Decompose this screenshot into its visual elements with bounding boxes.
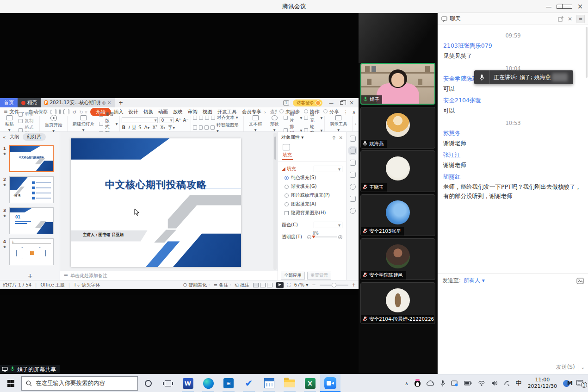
text-effect-button[interactable]: 字▾ — [168, 124, 175, 131]
menu-tab-1[interactable]: 设计 — [129, 109, 138, 115]
taskbar-app-calendar[interactable] — [259, 374, 279, 392]
send-to-select[interactable]: 所有人 ▾ — [464, 277, 485, 285]
participant-tile-5[interactable]: 安全学院陈建邑 — [360, 238, 435, 280]
layout-button[interactable]: 版式 ▾ — [99, 118, 118, 130]
mic-tray-icon[interactable] — [440, 380, 445, 387]
taskbar-app-word[interactable]: W — [178, 374, 198, 392]
slide-1-editor[interactable]: 中文核心期刊投稿攻略 主讲人：图书馆 吕亚娟 — [71, 138, 241, 267]
send-button[interactable]: 发送(S) — [556, 363, 575, 371]
shape-button[interactable]: 形状 ▾ — [267, 115, 282, 132]
chat-sender-name[interactable]: 苏慧冬 — [443, 130, 583, 137]
italic-button[interactable]: I — [128, 125, 130, 130]
taskbar-app-explorer[interactable] — [279, 374, 300, 392]
pin-tab-icon[interactable]: ◎ — [102, 100, 106, 105]
task-view-button[interactable] — [158, 380, 178, 386]
menu-more-icon[interactable]: › — [264, 109, 266, 115]
smart-graphic-button[interactable]: 转智能图形 ▾ — [217, 122, 241, 133]
taskbar-app-meeting[interactable] — [320, 374, 340, 392]
menu-tab-3[interactable]: 动画 — [158, 109, 168, 115]
tab-slides[interactable]: 幻灯片 — [23, 133, 46, 141]
fill-option-2[interactable]: 图片或纹理填充(P) — [285, 192, 346, 199]
start-button[interactable] — [0, 374, 21, 392]
theme-label[interactable]: Office 主题 — [40, 282, 64, 288]
chat-scrollbar[interactable] — [586, 27, 588, 78]
missing-font-label[interactable]: T⌄ 缺失字体 — [74, 282, 100, 288]
menu-overflow-icon[interactable]: ⋮ — [343, 109, 348, 115]
bold-button[interactable]: B — [122, 125, 125, 130]
sorter-view-icon[interactable] — [260, 283, 266, 287]
ime-indicator[interactable]: 中 — [516, 379, 522, 387]
chat-sender-name[interactable]: 胡丽红 — [443, 173, 583, 181]
participant-tile-1[interactable]: 娟子 — [360, 63, 435, 105]
menu-tab-4[interactable]: 放映 — [173, 109, 183, 115]
menu-tab-5[interactable]: 审阅 — [188, 109, 198, 115]
volume-icon[interactable] — [491, 380, 498, 386]
fill-button[interactable]: 填充 ▾ — [304, 112, 322, 124]
rail-resource-icon[interactable] — [350, 208, 356, 214]
chat-sender-name[interactable]: 安全2104张璇 — [443, 97, 583, 105]
slide-thumbnail-3[interactable]: 01 — [9, 207, 54, 234]
restore-button[interactable] — [557, 3, 572, 10]
menu-tab-7[interactable]: 开发工具 — [217, 109, 237, 115]
font-color-button[interactable]: A▾ — [144, 125, 150, 130]
superscript-button[interactable]: X² — [153, 125, 158, 130]
taskbar-app-excel[interactable]: X — [300, 374, 320, 392]
slideshow-button[interactable] — [276, 282, 284, 288]
align-text-button[interactable]: 对齐文本 ▾ — [217, 115, 238, 121]
rail-animation-icon[interactable] — [350, 172, 356, 178]
taskbar-app-check[interactable]: ✔ — [239, 374, 259, 392]
menu-tab-2[interactable]: 切换 — [143, 109, 153, 115]
fill-option-3[interactable]: 图案填充(A) — [285, 201, 346, 207]
print-icon[interactable] — [63, 109, 65, 114]
underline-button[interactable]: U — [132, 125, 136, 130]
slide-thumbnail-2[interactable]: 目 录 — [9, 176, 54, 203]
transparency-minus[interactable]: − — [307, 235, 311, 239]
present-tools-button[interactable]: 演示工具 ▾ — [327, 115, 350, 132]
cortana-button[interactable] — [138, 380, 158, 387]
wifi-icon[interactable] — [478, 380, 485, 386]
reading-view-icon[interactable] — [267, 283, 272, 287]
minimize-button[interactable]: — — [541, 3, 557, 10]
participant-tile-4[interactable]: 安全2103张星 — [360, 194, 435, 236]
send-image-icon[interactable] — [576, 278, 584, 284]
chat-sender-name[interactable]: 张江江 — [443, 151, 583, 159]
slide-thumbnail-1[interactable]: 中文核心期刊投稿攻略 — [9, 145, 54, 172]
taskbar-search[interactable]: 在这里输入你要搜索的内容 — [21, 376, 138, 391]
participant-tile-3[interactable]: 王晓玉 — [360, 150, 435, 192]
wps-minimize-button[interactable]: — — [326, 100, 336, 106]
textbox-button[interactable]: 文本框 ▾ — [246, 115, 265, 132]
notes-button[interactable]: ≡ 备注 · — [214, 282, 231, 288]
copy-button[interactable]: 复制 — [19, 118, 37, 124]
redo-icon[interactable]: ↻ ▿ — [79, 109, 87, 115]
chat-sender-name[interactable]: 2103班张陶乐079 — [443, 42, 583, 50]
export-icon[interactable] — [59, 109, 61, 114]
new-tab-button[interactable]: + — [115, 98, 127, 107]
chat-close-icon[interactable]: ✕ — [568, 16, 572, 22]
taskbar-app-edge[interactable] — [198, 374, 218, 392]
rail-help-icon[interactable] — [350, 184, 356, 190]
add-slide-button[interactable]: + — [0, 272, 60, 280]
notification-button[interactable]: 1 — [576, 380, 583, 386]
popout-icon[interactable] — [558, 16, 563, 22]
rail-effects-icon[interactable] — [350, 160, 356, 166]
rail-beautify-icon[interactable] — [350, 136, 356, 142]
sogou-ime-icon[interactable] — [563, 380, 570, 387]
hide-background-checkbox[interactable]: 隐藏背景图形(H) — [285, 210, 346, 216]
fill-tab[interactable]: 填充 — [282, 152, 293, 160]
zoom-level[interactable]: 67% ▾ — [294, 282, 308, 287]
decrease-font-button[interactable]: A⁻ — [183, 118, 189, 123]
apply-all-button[interactable]: 全部应用 — [281, 272, 305, 280]
subscript-button[interactable]: X₂ — [160, 125, 165, 130]
wps-restore-button[interactable] — [336, 100, 347, 106]
taskbar-app-store[interactable]: ⊞ — [218, 374, 239, 392]
cut-button[interactable]: 剪切 — [19, 112, 37, 118]
participant-tile-6[interactable]: 安全2104-段晨烨-21220226... — [360, 282, 435, 324]
reset-button[interactable]: 重置 — [99, 112, 118, 118]
taskbar-clock[interactable]: 11:002021/12/30 — [528, 377, 557, 390]
normal-view-icon[interactable] — [253, 283, 259, 287]
canvas-scrollbar[interactable] — [273, 133, 277, 270]
close-tab-icon[interactable]: ✕ — [107, 100, 111, 105]
connector-icon[interactable] — [504, 380, 510, 386]
cloud-icon[interactable] — [427, 380, 434, 386]
notes-bar[interactable]: ☰单击此处添加备注 — [60, 271, 278, 280]
